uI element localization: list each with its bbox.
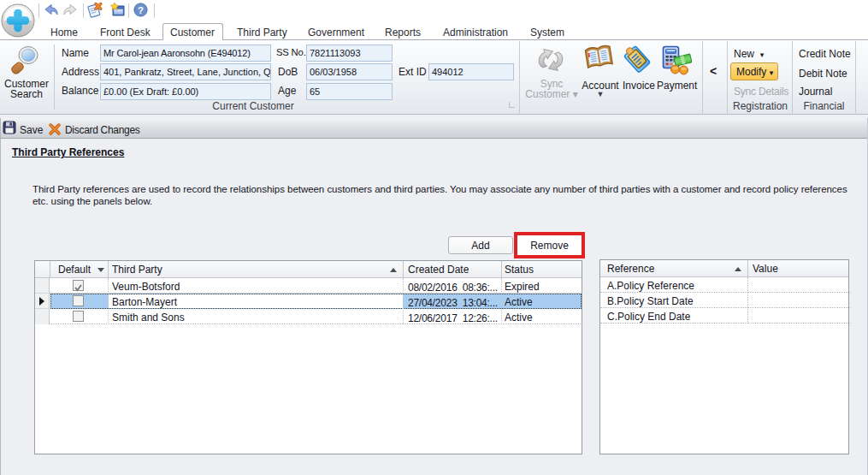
svg-text:?: ? [138,5,144,15]
